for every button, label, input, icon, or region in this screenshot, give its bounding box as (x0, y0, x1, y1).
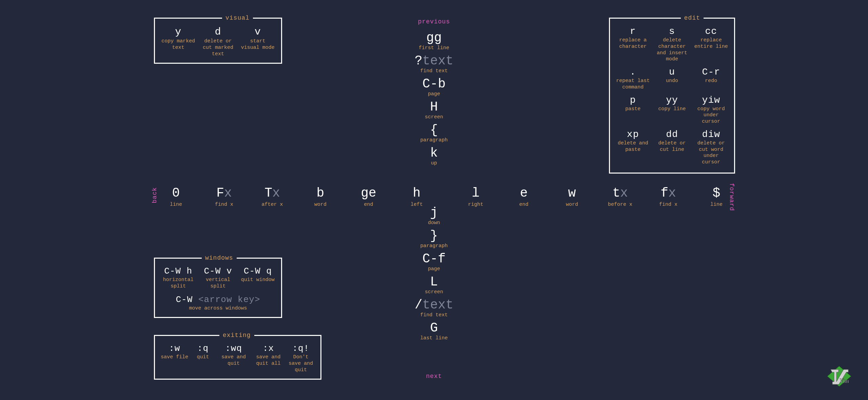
exiting-item: :q quit (191, 342, 215, 375)
exiting-item: :x save and quit all (252, 342, 285, 375)
desc: line (701, 202, 732, 207)
motion-item: ggfirst line (415, 31, 453, 51)
key: :q! (287, 343, 315, 354)
horizontal-right-group: lrighteendwwordtxbefore xfxfind x$line (460, 186, 732, 207)
motion-item: hleft (401, 186, 432, 207)
motion-item: lright (460, 186, 491, 207)
key: v (240, 26, 276, 38)
edit-box: edit rreplace a charactersdelete charact… (609, 18, 735, 174)
key: } (415, 228, 453, 243)
key: H (415, 100, 453, 114)
desc: screen (415, 114, 453, 120)
motion-item: 0line (161, 186, 191, 207)
motion-item: {paragraph (415, 123, 453, 143)
desc: quit window (240, 277, 276, 283)
desc: page (415, 266, 453, 272)
edit-item: rreplace a character (613, 25, 652, 64)
desc: word (557, 202, 587, 207)
edit-item: dddelete or cut line (652, 128, 691, 167)
motion-item: Lscreen (415, 275, 453, 295)
motion-item: $line (701, 186, 732, 207)
desc: line (161, 202, 191, 207)
desc: find text (415, 68, 453, 74)
key: yy (654, 95, 689, 105)
key: k (415, 146, 453, 160)
key: :w (160, 343, 189, 354)
desc: find x (653, 202, 684, 207)
key: cc (694, 26, 729, 37)
key: C-W h (160, 266, 196, 276)
edit-item: sdelete character and insert mode (652, 25, 691, 64)
key: b (305, 186, 336, 200)
desc: end (509, 202, 539, 207)
desc: delete or cut marked text (200, 38, 236, 57)
edit-item: xpdelete and paste (613, 128, 652, 167)
desc: left (401, 202, 432, 207)
key: Fx (209, 186, 239, 200)
motion-item: kup (415, 146, 453, 166)
key: u (654, 67, 689, 77)
desc: down (415, 220, 453, 226)
edit-item: C-rredo (692, 65, 731, 92)
key: w (557, 186, 587, 200)
key: l (460, 186, 491, 200)
desc: copy line (654, 106, 689, 113)
key: C-W v (200, 266, 236, 276)
desc: move across windows (160, 305, 276, 312)
motion-item: /textfind text (415, 298, 453, 318)
key: :wq (217, 343, 250, 354)
motion-item: C-bpage (415, 77, 453, 97)
desc: undo (654, 78, 689, 84)
edit-title: edit (681, 15, 704, 21)
desc: save file (160, 354, 189, 361)
svg-text:Vim: Vim (840, 378, 849, 384)
windows-item-move: C-W <arrow key> move across windows (158, 293, 278, 313)
key: :x (254, 343, 283, 354)
windows-box: windows C-W h horizontal split C-W v ver… (154, 258, 282, 318)
axis-back: back (151, 187, 158, 203)
motion-item: Glast line (415, 321, 453, 341)
motion-item: wword (557, 186, 587, 207)
desc: save and quit (217, 354, 250, 367)
visual-box: visual y copy marked text d delete or cu… (154, 18, 282, 64)
key: h (401, 186, 432, 200)
windows-item: C-W q quit window (238, 265, 278, 291)
edit-item: yiwcopy word under cursor (692, 94, 731, 126)
desc: quit (193, 354, 213, 361)
motion-item: bword (305, 186, 336, 207)
motion-item: fxfind x (653, 186, 684, 207)
desc: find text (415, 312, 453, 318)
vertical-down-group: jdown}paragraphC-fpageLscreen/textfind t… (415, 203, 453, 344)
desc: repeat last command (615, 78, 650, 91)
desc: right (460, 202, 491, 207)
exiting-title: exiting (219, 332, 254, 339)
desc: replace entire line (694, 37, 729, 50)
key: L (415, 275, 453, 289)
key: xp (615, 129, 650, 140)
desc: before x (605, 202, 635, 207)
desc: first line (415, 45, 453, 51)
desc: copy marked text (160, 38, 196, 51)
desc: word (305, 202, 336, 207)
horizontal-left-group: 0lineFxfind xTxafter xbwordgeendhleft (161, 186, 432, 207)
key: C-f (415, 252, 453, 266)
key: C-b (415, 77, 453, 91)
key: diw (694, 129, 729, 140)
desc: Don't save and quit (287, 354, 315, 373)
axis-previous: previous (418, 18, 450, 25)
key: dd (654, 129, 689, 140)
exiting-box: exiting :w save file :q quit :wq save an… (154, 335, 321, 380)
desc: after x (257, 202, 288, 207)
desc: paragraph (415, 137, 453, 143)
motion-item: Hscreen (415, 100, 453, 120)
desc: delete or cut line (654, 140, 689, 153)
vertical-up-group: ggfirst line?textfind textC-bpageHscreen… (415, 28, 453, 169)
key: ge (353, 186, 384, 200)
key: C-W <arrow key> (160, 295, 276, 305)
edit-item: yycopy line (652, 94, 691, 126)
windows-item: C-W h horizontal split (158, 265, 198, 291)
desc: redo (694, 78, 729, 84)
motion-item: Fxfind x (209, 186, 239, 207)
key: Tx (257, 186, 288, 200)
edit-item: ccreplace entire line (692, 25, 731, 64)
